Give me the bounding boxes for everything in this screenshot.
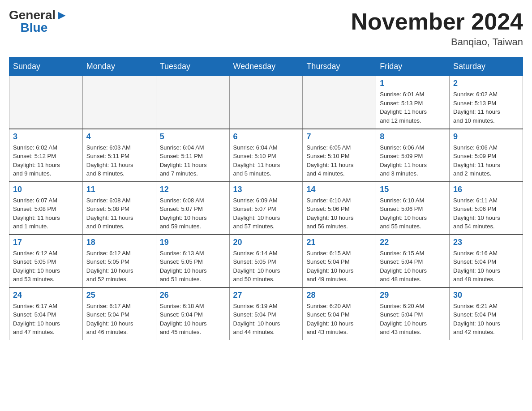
- day-info: Sunrise: 6:16 AMSunset: 5:04 PMDaylight:…: [453, 249, 519, 284]
- day-number: 16: [453, 185, 519, 194]
- day-info: Sunrise: 6:08 AMSunset: 5:08 PMDaylight:…: [86, 196, 152, 231]
- calendar-cell: 3Sunrise: 6:02 AMSunset: 5:12 PMDaylight…: [9, 129, 83, 182]
- day-number: 22: [380, 238, 446, 247]
- calendar-cell: 30Sunrise: 6:21 AMSunset: 5:04 PMDayligh…: [450, 287, 523, 340]
- calendar-cell: 2Sunrise: 6:02 AMSunset: 5:13 PMDaylight…: [450, 76, 523, 129]
- col-friday: Friday: [376, 57, 450, 76]
- day-number: 29: [380, 291, 446, 300]
- calendar-cell: 8Sunrise: 6:06 AMSunset: 5:09 PMDaylight…: [376, 129, 450, 182]
- calendar-table: Sunday Monday Tuesday Wednesday Thursday…: [9, 57, 523, 340]
- col-thursday: Thursday: [303, 57, 376, 76]
- day-info: Sunrise: 6:08 AMSunset: 5:07 PMDaylight:…: [160, 196, 226, 231]
- day-info: Sunrise: 6:01 AMSunset: 5:13 PMDaylight:…: [380, 90, 446, 125]
- calendar-cell: 4Sunrise: 6:03 AMSunset: 5:11 PMDaylight…: [82, 129, 156, 182]
- day-info: Sunrise: 6:21 AMSunset: 5:04 PMDaylight:…: [453, 302, 519, 337]
- calendar-cell: 26Sunrise: 6:18 AMSunset: 5:04 PMDayligh…: [156, 287, 229, 340]
- calendar-cell: 15Sunrise: 6:10 AMSunset: 5:06 PMDayligh…: [376, 182, 450, 235]
- calendar-cell: [9, 76, 83, 129]
- day-number: 6: [233, 132, 299, 141]
- day-number: 5: [160, 132, 226, 141]
- calendar-cell: 29Sunrise: 6:20 AMSunset: 5:04 PMDayligh…: [376, 287, 450, 340]
- day-info: Sunrise: 6:10 AMSunset: 5:06 PMDaylight:…: [306, 196, 372, 231]
- day-number: 7: [306, 132, 372, 141]
- calendar-cell: 14Sunrise: 6:10 AMSunset: 5:06 PMDayligh…: [303, 182, 376, 235]
- month-title: November 2024: [351, 9, 523, 34]
- day-number: 24: [13, 291, 79, 300]
- week-row-4: 17Sunrise: 6:12 AMSunset: 5:05 PMDayligh…: [9, 235, 523, 287]
- logo-arrow-inline: ►: [56, 8, 68, 22]
- day-info: Sunrise: 6:03 AMSunset: 5:11 PMDaylight:…: [86, 143, 152, 178]
- day-number: 4: [86, 132, 152, 141]
- calendar-header-row: Sunday Monday Tuesday Wednesday Thursday…: [9, 57, 523, 76]
- calendar-cell: 10Sunrise: 6:07 AMSunset: 5:08 PMDayligh…: [9, 182, 83, 235]
- day-info: Sunrise: 6:05 AMSunset: 5:10 PMDaylight:…: [306, 143, 372, 178]
- calendar-cell: 12Sunrise: 6:08 AMSunset: 5:07 PMDayligh…: [156, 182, 229, 235]
- day-info: Sunrise: 6:06 AMSunset: 5:09 PMDaylight:…: [380, 143, 446, 178]
- calendar-cell: 9Sunrise: 6:06 AMSunset: 5:09 PMDaylight…: [450, 129, 523, 182]
- logo-top-row: General►: [9, 9, 68, 21]
- calendar-cell: 13Sunrise: 6:09 AMSunset: 5:07 PMDayligh…: [229, 182, 303, 235]
- day-number: 25: [86, 291, 152, 300]
- day-number: 13: [233, 185, 299, 194]
- day-number: 28: [306, 291, 372, 300]
- day-info: Sunrise: 6:13 AMSunset: 5:05 PMDaylight:…: [160, 249, 226, 284]
- calendar-cell: [156, 76, 229, 129]
- logo-blue-text: Blue: [9, 21, 47, 34]
- page-header: General► Blue November 2024 Banqiao, Tai…: [9, 9, 523, 48]
- col-wednesday: Wednesday: [229, 57, 303, 76]
- day-number: 11: [86, 185, 152, 194]
- day-info: Sunrise: 6:17 AMSunset: 5:04 PMDaylight:…: [13, 302, 79, 337]
- day-info: Sunrise: 6:15 AMSunset: 5:04 PMDaylight:…: [380, 249, 446, 284]
- calendar-cell: 18Sunrise: 6:12 AMSunset: 5:05 PMDayligh…: [82, 235, 156, 287]
- day-number: 23: [453, 238, 519, 247]
- day-number: 2: [453, 79, 519, 88]
- day-number: 26: [160, 291, 226, 300]
- calendar-cell: [82, 76, 156, 129]
- day-number: 18: [86, 238, 152, 247]
- day-info: Sunrise: 6:20 AMSunset: 5:04 PMDaylight:…: [306, 302, 372, 337]
- col-sunday: Sunday: [9, 57, 83, 76]
- day-info: Sunrise: 6:04 AMSunset: 5:10 PMDaylight:…: [233, 143, 299, 178]
- week-row-2: 3Sunrise: 6:02 AMSunset: 5:12 PMDaylight…: [9, 129, 523, 182]
- calendar-cell: 11Sunrise: 6:08 AMSunset: 5:08 PMDayligh…: [82, 182, 156, 235]
- day-number: 21: [306, 238, 372, 247]
- day-number: 3: [13, 132, 79, 141]
- calendar-cell: 19Sunrise: 6:13 AMSunset: 5:05 PMDayligh…: [156, 235, 229, 287]
- day-info: Sunrise: 6:12 AMSunset: 5:05 PMDaylight:…: [13, 249, 79, 284]
- calendar-cell: 28Sunrise: 6:20 AMSunset: 5:04 PMDayligh…: [303, 287, 376, 340]
- calendar-cell: 24Sunrise: 6:17 AMSunset: 5:04 PMDayligh…: [9, 287, 83, 340]
- day-info: Sunrise: 6:02 AMSunset: 5:12 PMDaylight:…: [13, 143, 79, 178]
- title-block: November 2024 Banqiao, Taiwan: [351, 9, 523, 48]
- day-info: Sunrise: 6:14 AMSunset: 5:05 PMDaylight:…: [233, 249, 299, 284]
- location: Banqiao, Taiwan: [351, 36, 523, 48]
- day-number: 9: [453, 132, 519, 141]
- day-info: Sunrise: 6:17 AMSunset: 5:04 PMDaylight:…: [86, 302, 152, 337]
- day-info: Sunrise: 6:11 AMSunset: 5:06 PMDaylight:…: [453, 196, 519, 231]
- logo: General► Blue: [9, 9, 68, 34]
- week-row-5: 24Sunrise: 6:17 AMSunset: 5:04 PMDayligh…: [9, 287, 523, 340]
- logo-general-text: General►: [9, 8, 68, 22]
- calendar-cell: 17Sunrise: 6:12 AMSunset: 5:05 PMDayligh…: [9, 235, 83, 287]
- calendar-cell: 7Sunrise: 6:05 AMSunset: 5:10 PMDaylight…: [303, 129, 376, 182]
- day-number: 30: [453, 291, 519, 300]
- day-info: Sunrise: 6:15 AMSunset: 5:04 PMDaylight:…: [306, 249, 372, 284]
- day-number: 8: [380, 132, 446, 141]
- calendar-cell: 20Sunrise: 6:14 AMSunset: 5:05 PMDayligh…: [229, 235, 303, 287]
- day-info: Sunrise: 6:07 AMSunset: 5:08 PMDaylight:…: [13, 196, 79, 231]
- day-number: 15: [380, 185, 446, 194]
- day-number: 10: [13, 185, 79, 194]
- calendar-cell: 25Sunrise: 6:17 AMSunset: 5:04 PMDayligh…: [82, 287, 156, 340]
- calendar-cell: 1Sunrise: 6:01 AMSunset: 5:13 PMDaylight…: [376, 76, 450, 129]
- day-info: Sunrise: 6:18 AMSunset: 5:04 PMDaylight:…: [160, 302, 226, 337]
- calendar-cell: [303, 76, 376, 129]
- calendar-cell: 22Sunrise: 6:15 AMSunset: 5:04 PMDayligh…: [376, 235, 450, 287]
- day-info: Sunrise: 6:19 AMSunset: 5:04 PMDaylight:…: [233, 302, 299, 337]
- col-tuesday: Tuesday: [156, 57, 229, 76]
- day-number: 27: [233, 291, 299, 300]
- day-number: 17: [13, 238, 79, 247]
- week-row-3: 10Sunrise: 6:07 AMSunset: 5:08 PMDayligh…: [9, 182, 523, 235]
- day-number: 14: [306, 185, 372, 194]
- calendar-cell: 16Sunrise: 6:11 AMSunset: 5:06 PMDayligh…: [450, 182, 523, 235]
- day-number: 20: [233, 238, 299, 247]
- calendar-cell: 5Sunrise: 6:04 AMSunset: 5:11 PMDaylight…: [156, 129, 229, 182]
